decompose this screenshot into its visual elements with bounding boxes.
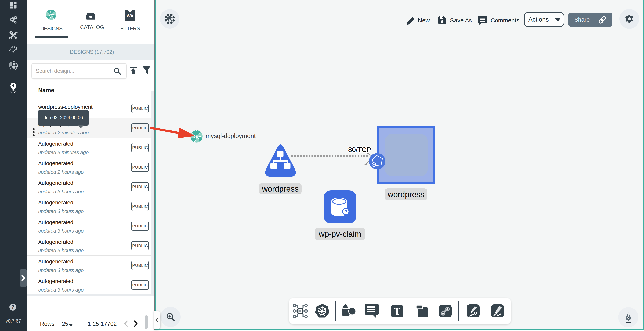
svg-text:?: ? bbox=[345, 209, 347, 214]
svg-text:WA: WA bbox=[127, 14, 134, 18]
svg-text:80/TCP: 80/TCP bbox=[348, 146, 371, 153]
